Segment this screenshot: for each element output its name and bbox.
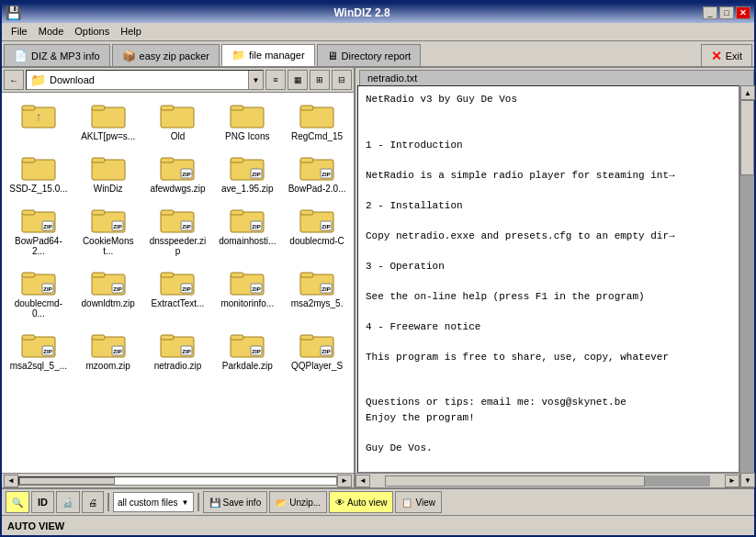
tab-dir-report-label: Directory report <box>342 50 412 62</box>
list-item[interactable]: ZIP QQPlayer_S <box>284 326 350 375</box>
list-item[interactable]: PNG Icons <box>214 96 280 145</box>
file-item-name: dnsspeeder.zip <box>148 236 208 256</box>
svg-rect-84 <box>300 335 313 340</box>
zip-folder-icon: ZIP <box>159 152 196 182</box>
list-item[interactable]: ZIP Parkdale.zip <box>214 326 280 375</box>
list-item[interactable]: ↑ <box>6 96 72 145</box>
tab-file-manager[interactable]: 📁 file manager <box>221 44 315 67</box>
easy-zip-icon: 📦 <box>122 50 136 62</box>
file-type-dropdown-arrow[interactable]: ▼ <box>182 498 189 507</box>
menu-help[interactable]: Help <box>115 24 147 39</box>
vscroll-down-btn[interactable]: ▼ <box>740 473 755 487</box>
svg-text:ZIP: ZIP <box>113 349 121 354</box>
svg-rect-76 <box>161 335 174 340</box>
list-item[interactable]: ZIP afewdwgs.zip <box>145 149 211 197</box>
view-large-button[interactable]: ⊟ <box>332 70 352 90</box>
unzip-icon: 📂 <box>276 498 287 508</box>
menu-options[interactable]: Options <box>69 24 115 39</box>
scroll-left-button[interactable]: ◄ <box>4 475 18 487</box>
list-item[interactable]: Old <box>145 96 211 145</box>
tab-dir-report[interactable]: 🖥 Directory report <box>317 44 422 67</box>
list-item[interactable]: ZIP doublecmd-0... <box>6 263 72 322</box>
view-list-button[interactable]: ≡ <box>265 70 286 90</box>
zip-folder-icon: ZIP <box>90 205 127 234</box>
file-item-name: downldtm.zip <box>82 298 135 308</box>
file-type-selector[interactable]: all custom files ▼ <box>113 492 194 512</box>
unzip-label: Unzip... <box>289 498 321 508</box>
list-item[interactable]: WinDiz <box>75 149 141 197</box>
search-tool-button[interactable]: 🔍 <box>6 491 29 513</box>
list-item[interactable]: ZIP downldtm.zip <box>75 263 141 322</box>
zip-folder-icon: ZIP <box>159 330 196 359</box>
list-item[interactable]: ZIP BowPad-2.0... <box>284 149 350 197</box>
file-grid-inner: ↑ AKLT[pw=s... Old PNG <box>6 96 350 375</box>
id-tool-button[interactable]: ID <box>31 491 54 513</box>
list-item[interactable]: ZIP ave_1.95.zip <box>214 149 280 197</box>
scan-tool-button[interactable]: 🔬 <box>56 491 80 513</box>
tab-diz-mp3[interactable]: 📄 DIZ & MP3 info <box>4 44 110 67</box>
list-item[interactable]: RegCmd_15 <box>284 96 350 145</box>
hscroll-left-btn[interactable]: ◄ <box>355 475 370 487</box>
list-item[interactable]: ZIP domainhosti... <box>214 201 280 260</box>
hscroll-track[interactable] <box>385 475 710 487</box>
list-item[interactable]: AKLT[pw=s... <box>75 96 141 145</box>
nav-back-button[interactable]: ← <box>4 70 24 90</box>
list-item[interactable]: ZIP doublecmd-C <box>284 201 350 260</box>
file-manager-icon: 📁 <box>231 49 245 62</box>
svg-rect-72 <box>92 335 105 340</box>
unzip-button[interactable]: 📂 Unzip... <box>269 491 327 513</box>
close-button[interactable]: ✕ <box>736 6 750 19</box>
zip-folder-icon: ZIP <box>20 330 57 359</box>
svg-rect-10 <box>300 106 313 110</box>
list-item[interactable]: ZIP BowPad64-2... <box>6 201 72 260</box>
auto-view-button[interactable]: 👁 Auto view <box>329 491 393 513</box>
file-item-name: BowPad64-2... <box>8 236 68 256</box>
scan-tool-icon: 🔬 <box>62 498 73 508</box>
list-item[interactable]: ZIP msa2sql_5_... <box>6 326 72 375</box>
list-item[interactable]: ZIP dnsspeeder.zip <box>145 201 211 260</box>
svg-rect-64 <box>300 273 313 277</box>
list-item[interactable]: SSD-Z_15.0... <box>6 149 72 197</box>
file-grid[interactable]: ↑ AKLT[pw=s... Old PNG <box>2 93 354 473</box>
exit-button[interactable]: ✕ Exit <box>701 44 752 67</box>
right-hscrollbar[interactable]: ◄ ► <box>355 473 739 487</box>
svg-text:ZIP: ZIP <box>183 172 191 177</box>
left-hscrollbar[interactable]: ◄ ► <box>2 473 354 487</box>
list-item[interactable]: ZIP netradio.zip <box>145 326 211 375</box>
text-content[interactable]: NetRadio v3 by Guy De Vos 1 - Introducti… <box>357 85 739 473</box>
right-vscrollbar[interactable]: ▲ ▼ <box>739 85 754 487</box>
zip-folder-icon: ZIP <box>20 267 57 296</box>
scroll-right-button[interactable]: ► <box>337 475 352 487</box>
svg-text:ZIP: ZIP <box>43 286 51 292</box>
folder-icon <box>90 152 127 182</box>
view-detail-button[interactable]: ▦ <box>288 70 308 90</box>
list-item[interactable]: ZIP ExtractText... <box>145 263 211 322</box>
tab-easy-zip[interactable]: 📦 easy zip packer <box>112 44 220 67</box>
zip-folder-icon: ZIP <box>20 205 57 234</box>
list-item[interactable]: ZIP mzoom.zip <box>75 326 141 375</box>
maximize-button[interactable]: □ <box>719 6 734 19</box>
file-item-name: afewdwgs.zip <box>150 184 205 194</box>
file-item-name: CookieMonst... <box>78 236 138 256</box>
print-tool-button[interactable]: 🖨 <box>82 491 104 513</box>
print-tool-icon: 🖨 <box>88 498 97 508</box>
list-item[interactable]: ZIP CookieMonst... <box>75 201 141 260</box>
save-info-icon: 💾 <box>209 498 220 508</box>
view-grid-button[interactable]: ⊞ <box>310 70 330 90</box>
save-info-button[interactable]: 💾 Save info <box>203 491 268 513</box>
list-item[interactable]: ZIP msa2mys_5. <box>284 263 350 322</box>
address-dropdown-arrow[interactable]: ▼ <box>248 71 263 89</box>
svg-rect-56 <box>161 273 174 277</box>
vscroll-track[interactable] <box>740 100 754 473</box>
status-bar: AUTO VIEW <box>2 515 754 535</box>
menu-mode[interactable]: Mode <box>33 24 70 39</box>
scroll-track[interactable] <box>18 476 337 486</box>
zip-folder-icon: ZIP <box>90 267 127 296</box>
hscroll-right-btn[interactable]: ► <box>725 475 739 487</box>
view-button[interactable]: 📋 View <box>395 491 442 513</box>
menu-file[interactable]: File <box>6 24 33 39</box>
minimize-button[interactable]: _ <box>703 6 717 19</box>
list-item[interactable]: ZIP monitorinfo... <box>214 263 280 322</box>
vscroll-up-btn[interactable]: ▲ <box>740 85 755 100</box>
tab-diz-mp3-label: DIZ & MP3 info <box>31 50 100 62</box>
